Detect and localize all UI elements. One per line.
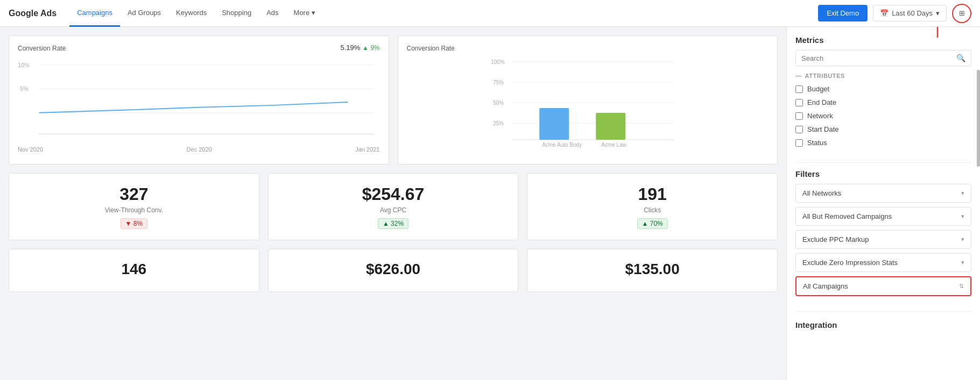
chevron-down-icon-3: ▾: [961, 259, 964, 266]
line-chart-card: Conversion Rate 5.19% ▲ 9% 10% 5%: [9, 35, 389, 164]
nav-link-shopping[interactable]: Shopping: [214, 0, 259, 27]
line-chart-delta: ▲ 9%: [362, 44, 380, 52]
attr-startdate-label: Start Date: [807, 125, 839, 133]
svg-rect-17: [596, 113, 625, 140]
svg-text:10%: 10%: [18, 62, 30, 68]
stat-badge-0: ▼ 8%: [121, 218, 148, 229]
date-range-button[interactable]: 📅 Last 60 Days ▾: [873, 5, 947, 21]
filter-exclude-zero[interactable]: Exclude Zero Impression Stats ▾: [795, 253, 971, 272]
nav-link-adgroups[interactable]: Ad Groups: [120, 0, 168, 27]
filters-section: Filters All Networks ▾ All But Removed C…: [795, 169, 971, 300]
bottom-card-1: $626.00: [268, 249, 519, 292]
stat-card-clicks: 191 Clicks ▲ 70%: [527, 173, 778, 240]
stat-badge-1: ▲ 32%: [378, 218, 408, 229]
minus-icon: —: [795, 73, 802, 79]
stat-label-1: Avg CPC: [380, 206, 406, 214]
svg-rect-16: [539, 108, 569, 140]
divider-1: [795, 162, 971, 163]
top-navigation: Google Ads Campaigns Ad Groups Keywords …: [0, 0, 980, 27]
content-area: Conversion Rate 5.19% ▲ 9% 10% 5%: [0, 27, 786, 380]
attr-enddate-checkbox[interactable]: [795, 99, 803, 106]
bottom-value-0: 146: [121, 261, 146, 278]
stat-label-2: Clicks: [644, 206, 661, 214]
bottom-value-1: $626.00: [366, 261, 420, 278]
chevron-down-icon-0: ▾: [961, 190, 964, 197]
filter-all-campaigns[interactable]: All Campaigns ⇅: [795, 276, 971, 296]
attr-budget-label: Budget: [807, 85, 829, 93]
filter-all-networks-label: All Networks: [802, 189, 841, 197]
x-axis-labels: Nov 2020 Dec 2020 Jan 2021: [18, 146, 380, 153]
line-chart-title: Conversion Rate: [18, 45, 380, 52]
filter-exclude-zero-label: Exclude Zero Impression Stats: [802, 259, 898, 267]
nav-link-ads[interactable]: Ads: [259, 0, 286, 27]
bar-chart-svg: 100% 75% 50% 25% Acme Auto Body Acme Law: [407, 56, 769, 148]
stat-value-2: 191: [638, 184, 666, 204]
filter-all-but-removed[interactable]: All But Removed Campaigns ▾: [795, 207, 971, 226]
filter-all-networks[interactable]: All Networks ▾: [795, 184, 971, 203]
attr-budget-checkbox[interactable]: [795, 85, 803, 93]
stat-value-1: $254.67: [362, 184, 425, 204]
stats-row: 327 View-Through Conv. ▼ 8% $254.67 Avg …: [9, 173, 778, 240]
stat-label-0: View-Through Conv.: [105, 206, 163, 214]
attr-network[interactable]: Network: [795, 109, 971, 123]
attr-network-checkbox[interactable]: [795, 112, 803, 120]
attr-startdate[interactable]: Start Date: [795, 123, 971, 136]
line-chart-value: 5.19% ▲ 9%: [340, 44, 379, 52]
bottom-card-0: 146: [9, 249, 259, 292]
svg-text:75%: 75%: [493, 80, 504, 85]
line-chart-svg: 10% 5%: [18, 56, 380, 142]
nav-right-actions: Exit Demo 📅 Last 60 Days ▾ ⊞: [818, 4, 971, 23]
chevron-down-icon-2: ▾: [961, 236, 964, 243]
attr-status[interactable]: Status: [795, 136, 971, 149]
attr-budget[interactable]: Budget: [795, 82, 971, 96]
columns-icon: ⊞: [959, 9, 965, 17]
svg-text:5%: 5%: [20, 85, 29, 92]
divider-2: [795, 311, 971, 312]
calendar-icon: 📅: [880, 9, 889, 17]
nav-links: Campaigns Ad Groups Keywords Shopping Ad…: [69, 0, 818, 27]
attr-status-label: Status: [807, 139, 827, 147]
attr-enddate[interactable]: End Date: [795, 96, 971, 109]
search-icon: 🔍: [956, 54, 965, 62]
exit-demo-button[interactable]: Exit Demo: [818, 5, 868, 21]
columns-button[interactable]: ⊞: [952, 4, 971, 23]
sidebar-panel: Metrics 🔍 — ATTRIBUTES Budget End Date: [786, 27, 980, 380]
attr-enddate-label: End Date: [807, 98, 836, 106]
nav-link-more[interactable]: More ▾: [286, 0, 323, 27]
bottom-row: 146 $626.00 $135.00: [9, 249, 778, 292]
attr-startdate-checkbox[interactable]: [795, 126, 803, 133]
filters-title: Filters: [795, 169, 971, 178]
filter-exclude-ppc-label: Exclude PPC Markup: [802, 235, 869, 243]
svg-text:Acme Law: Acme Law: [601, 142, 626, 148]
app-logo: Google Ads: [9, 9, 57, 18]
chevron-updown-icon: ⇅: [959, 283, 964, 290]
attr-network-label: Network: [807, 112, 833, 120]
chevron-down-icon: ▾: [936, 9, 940, 17]
attr-status-checkbox[interactable]: [795, 139, 803, 147]
stat-badge-2: ▲ 70%: [637, 218, 668, 229]
stat-card-view-through: 327 View-Through Conv. ▼ 8%: [9, 173, 259, 240]
nav-link-keywords[interactable]: Keywords: [168, 0, 214, 27]
bar-chart-card: Conversion Rate 100% 75% 50% 25%: [398, 35, 778, 164]
integration-title: Integration: [795, 320, 971, 329]
metrics-title: Metrics: [795, 35, 971, 45]
svg-text:50%: 50%: [493, 100, 504, 106]
bar-chart-title: Conversion Rate: [407, 45, 769, 52]
integration-section: Integration: [795, 318, 971, 329]
stat-value-0: 327: [119, 184, 148, 204]
attributes-header: — ATTRIBUTES: [795, 73, 971, 79]
metrics-search-input[interactable]: [801, 54, 953, 62]
attributes-label: ATTRIBUTES: [805, 73, 845, 79]
main-content: Conversion Rate 5.19% ▲ 9% 10% 5%: [0, 27, 980, 380]
bottom-value-2: $135.00: [625, 261, 680, 278]
filter-all-but-removed-label: All But Removed Campaigns: [802, 212, 892, 220]
nav-link-campaigns[interactable]: Campaigns: [69, 0, 120, 27]
filter-exclude-ppc[interactable]: Exclude PPC Markup ▾: [795, 230, 971, 249]
date-range-label: Last 60 Days: [892, 9, 933, 17]
chevron-down-icon-1: ▾: [961, 213, 964, 220]
search-row[interactable]: 🔍: [795, 50, 971, 66]
metrics-section: Metrics 🔍 — ATTRIBUTES Budget End Date: [795, 35, 971, 156]
svg-text:100%: 100%: [491, 59, 505, 65]
stat-card-avg-cpc: $254.67 Avg CPC ▲ 32%: [268, 173, 519, 240]
sidebar-scrollbar[interactable]: [977, 70, 980, 167]
